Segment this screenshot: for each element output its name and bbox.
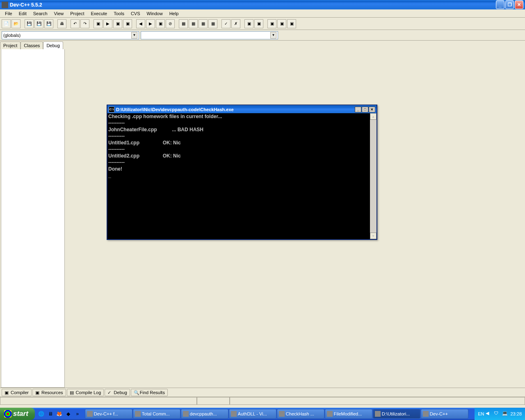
- tb-grid3[interactable]: ▦: [199, 19, 208, 28]
- task-label: devcppauth...: [190, 411, 217, 416]
- tb-grid1[interactable]: ▦: [179, 19, 188, 28]
- debug-icon: ✓: [107, 390, 112, 395]
- console-close-button[interactable]: ✕: [369, 107, 375, 112]
- menu-cvs[interactable]: CVS: [128, 10, 144, 17]
- tab-compile-log[interactable]: ▤ Compile Log: [67, 389, 104, 396]
- side-panel-tabs: Project Classes Debug: [0, 41, 525, 49]
- side-panel[interactable]: [1, 49, 65, 388]
- debug-button[interactable]: ▣: [156, 19, 165, 28]
- log-icon: ▤: [70, 390, 75, 395]
- ql-desktop-icon[interactable]: 🖥: [46, 410, 55, 418]
- console-maximize-button[interactable]: □: [362, 107, 368, 112]
- console-icon: C:\: [109, 107, 114, 112]
- task-item[interactable]: CheckHash ...: [277, 409, 324, 419]
- back-button[interactable]: ◀: [136, 19, 145, 28]
- task-item[interactable]: Dev-C++ f...: [85, 409, 132, 419]
- task-icon: [135, 411, 141, 417]
- ql-firefox-icon[interactable]: 🦊: [55, 410, 64, 418]
- menu-edit[interactable]: Edit: [16, 10, 30, 17]
- resources-icon: ▣: [35, 390, 40, 395]
- run-button[interactable]: ▶: [103, 19, 112, 28]
- menu-file[interactable]: File: [2, 10, 16, 17]
- start-label: start: [13, 410, 28, 418]
- task-icon: [231, 411, 237, 417]
- task-item[interactable]: devcppauth...: [181, 409, 228, 419]
- tb-misc2[interactable]: ▣: [254, 19, 263, 28]
- task-label: FileModified...: [334, 411, 362, 416]
- maximize-button[interactable]: ❐: [505, 0, 514, 9]
- tab-debug-bottom[interactable]: ✓ Debug: [105, 389, 130, 396]
- tab-find-results-label: Find Results: [140, 390, 165, 395]
- save-all-button[interactable]: 💾: [34, 19, 43, 28]
- tb-goto3[interactable]: ▣: [287, 19, 296, 28]
- tab-find-results[interactable]: 🔍 Find Results: [131, 389, 168, 396]
- member-combo[interactable]: ▼: [141, 31, 278, 39]
- close-button[interactable]: ✕: [515, 0, 523, 9]
- tab-compile-log-label: Compile Log: [76, 390, 101, 395]
- tb-misc1[interactable]: ▣: [244, 19, 253, 28]
- tb-grid4[interactable]: ▦: [208, 19, 217, 28]
- menu-window[interactable]: Window: [144, 10, 166, 17]
- toolbar: 📄 📂 💾 💾 💾 🖶 ↶ ↷ ▣ ▶ ▣ ▣ ◀ ▶ ▣ ⊘ ▦ ▦ ▦ ▦ …: [0, 18, 525, 30]
- task-item[interactable]: Total Comm...: [133, 409, 180, 419]
- print-button[interactable]: 🖶: [57, 19, 66, 28]
- compile-run-button[interactable]: ▣: [113, 19, 122, 28]
- new-file-button[interactable]: 📄: [2, 19, 11, 28]
- menu-execute[interactable]: Execute: [87, 10, 110, 17]
- scroll-down-button[interactable]: ▼: [370, 233, 377, 239]
- tab-debug[interactable]: Debug: [43, 41, 63, 49]
- menu-view[interactable]: View: [51, 10, 67, 17]
- rebuild-button[interactable]: ▣: [123, 19, 132, 28]
- task-item[interactable]: AuthDLL - Vi...: [229, 409, 276, 419]
- titlebar: Dev-C++ 5.5.2 _ ❐ ✕: [0, 0, 525, 9]
- console-minimize-button[interactable]: _: [355, 107, 361, 112]
- status-cell-3: [230, 397, 525, 405]
- save-button[interactable]: 💾: [25, 19, 34, 28]
- task-icon: [375, 411, 381, 417]
- cancel-button[interactable]: ✗: [231, 19, 240, 28]
- task-label: Dev-C++: [430, 411, 448, 416]
- scroll-up-button[interactable]: ▲: [370, 113, 377, 120]
- tray-icon[interactable]: 🛡: [494, 411, 500, 417]
- tb-goto2[interactable]: ▣: [277, 19, 286, 28]
- language-indicator[interactable]: EN: [478, 411, 484, 416]
- tab-classes[interactable]: Classes: [21, 41, 43, 49]
- tb-goto1[interactable]: ▣: [267, 19, 276, 28]
- menu-help[interactable]: Help: [166, 10, 182, 17]
- dropdown-arrow-icon: ▼: [270, 32, 276, 39]
- task-item[interactable]: D:\Utilizatori...: [373, 409, 420, 419]
- console-titlebar[interactable]: C:\ D:\Utilizatori\Nic\Dev\devcppauth-co…: [107, 105, 377, 113]
- task-icon: [423, 411, 429, 417]
- ql-ie-icon[interactable]: 🌐: [37, 410, 46, 418]
- clock[interactable]: 23:28: [510, 411, 522, 416]
- task-item[interactable]: Dev-C++: [421, 409, 468, 419]
- tab-compiler[interactable]: ▣ Compiler: [2, 389, 32, 396]
- undo-button[interactable]: ↶: [71, 19, 80, 28]
- start-button[interactable]: start: [0, 408, 35, 420]
- tab-project[interactable]: Project: [0, 41, 21, 49]
- forward-button[interactable]: ▶: [146, 19, 155, 28]
- tab-resources[interactable]: ▣ Resources: [32, 389, 66, 396]
- menu-project[interactable]: Project: [67, 10, 87, 17]
- tray-icon[interactable]: ◀: [486, 411, 492, 417]
- task-label: Dev-C++ f...: [94, 411, 118, 416]
- console-scrollbar[interactable]: ▲▼: [370, 113, 377, 239]
- compile-button[interactable]: ▣: [94, 19, 103, 28]
- ql-expand-icon[interactable]: »: [73, 410, 82, 418]
- tb-grid2[interactable]: ▦: [189, 19, 198, 28]
- menu-search[interactable]: Search: [30, 10, 51, 17]
- open-button[interactable]: 📂: [11, 19, 21, 28]
- tray-icon[interactable]: 💻: [502, 411, 509, 417]
- tab-resources-label: Resources: [41, 390, 63, 395]
- check-button[interactable]: ✓: [221, 19, 231, 28]
- console-output[interactable]: Checking .cpp homework files in current …: [107, 113, 377, 239]
- minimize-button[interactable]: _: [496, 0, 504, 9]
- redo-button[interactable]: ↷: [80, 19, 89, 28]
- save-as-button[interactable]: 💾: [44, 19, 53, 28]
- stop-button[interactable]: ⊘: [166, 19, 175, 28]
- menu-tools[interactable]: Tools: [110, 10, 128, 17]
- ql-app-icon[interactable]: ◆: [64, 410, 73, 418]
- task-item[interactable]: FileModified...: [325, 409, 372, 419]
- scope-combo[interactable]: (globals) ▼: [2, 31, 139, 39]
- console-window: C:\ D:\Utilizatori\Nic\Dev\devcppauth-co…: [107, 105, 377, 240]
